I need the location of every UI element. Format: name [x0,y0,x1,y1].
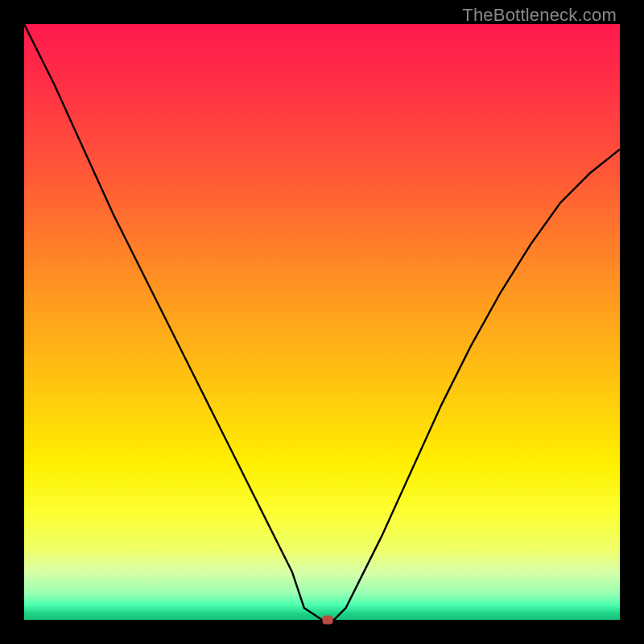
bottleneck-curve [24,24,620,620]
chart-frame: TheBottleneck.com [0,0,644,644]
plot-area [24,24,620,620]
curve-path [24,24,620,620]
minimum-marker [323,616,333,625]
watermark-text: TheBottleneck.com [462,5,617,26]
